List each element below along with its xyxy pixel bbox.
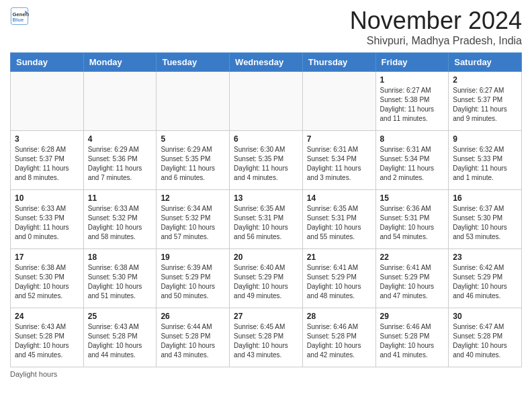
calendar-cell: 18Sunrise: 6:38 AM Sunset: 5:30 PM Dayli… <box>83 249 157 308</box>
calendar-header-saturday: Saturday <box>449 53 522 72</box>
day-info: Sunrise: 6:41 AM Sunset: 5:29 PM Dayligh… <box>307 263 371 301</box>
logo-icon: General Blue <box>10 7 29 26</box>
calendar-cell: 20Sunrise: 6:40 AM Sunset: 5:29 PM Dayli… <box>230 249 303 308</box>
day-number: 20 <box>234 253 298 262</box>
day-number: 22 <box>380 253 445 262</box>
location-title: Shivpuri, Madhya Pradesh, India <box>350 35 522 47</box>
day-info: Sunrise: 6:44 AM Sunset: 5:28 PM Dayligh… <box>161 322 225 360</box>
calendar-cell: 30Sunrise: 6:47 AM Sunset: 5:28 PM Dayli… <box>449 308 522 367</box>
calendar-cell: 16Sunrise: 6:37 AM Sunset: 5:30 PM Dayli… <box>449 190 522 249</box>
day-number: 27 <box>234 312 298 321</box>
day-number: 13 <box>234 193 298 203</box>
calendar-header-friday: Friday <box>375 53 449 72</box>
title-section: November 2024 Shivpuri, Madhya Pradesh, … <box>350 7 522 47</box>
day-info: Sunrise: 6:37 AM Sunset: 5:30 PM Dayligh… <box>453 204 517 242</box>
calendar-cell: 22Sunrise: 6:41 AM Sunset: 5:29 PM Dayli… <box>375 249 449 308</box>
calendar-cell: 26Sunrise: 6:44 AM Sunset: 5:28 PM Dayli… <box>157 308 230 367</box>
day-number: 6 <box>234 134 298 144</box>
day-info: Sunrise: 6:46 AM Sunset: 5:28 PM Dayligh… <box>380 322 445 360</box>
day-info: Sunrise: 6:38 AM Sunset: 5:30 PM Dayligh… <box>15 263 79 301</box>
calendar-cell: 14Sunrise: 6:35 AM Sunset: 5:31 PM Dayli… <box>302 190 375 249</box>
calendar-header-monday: Monday <box>83 53 157 72</box>
day-info: Sunrise: 6:36 AM Sunset: 5:31 PM Dayligh… <box>380 204 445 242</box>
day-info: Sunrise: 6:45 AM Sunset: 5:28 PM Dayligh… <box>234 322 298 360</box>
calendar-cell: 19Sunrise: 6:39 AM Sunset: 5:29 PM Dayli… <box>157 249 230 308</box>
calendar-cell <box>83 72 157 131</box>
day-number: 11 <box>88 193 152 203</box>
calendar-week-row: 17Sunrise: 6:38 AM Sunset: 5:30 PM Dayli… <box>11 249 522 308</box>
calendar-header-wednesday: Wednesday <box>230 53 303 72</box>
day-info: Sunrise: 6:29 AM Sunset: 5:36 PM Dayligh… <box>88 145 152 183</box>
calendar-cell: 15Sunrise: 6:36 AM Sunset: 5:31 PM Dayli… <box>375 190 449 249</box>
calendar-cell <box>157 72 230 131</box>
calendar-cell: 8Sunrise: 6:31 AM Sunset: 5:34 PM Daylig… <box>375 131 449 190</box>
day-number: 24 <box>15 312 79 321</box>
day-info: Sunrise: 6:39 AM Sunset: 5:29 PM Dayligh… <box>161 263 225 301</box>
day-info: Sunrise: 6:27 AM Sunset: 5:37 PM Dayligh… <box>453 86 517 124</box>
calendar-cell: 29Sunrise: 6:46 AM Sunset: 5:28 PM Dayli… <box>375 308 449 367</box>
day-info: Sunrise: 6:31 AM Sunset: 5:34 PM Dayligh… <box>380 145 445 183</box>
day-info: Sunrise: 6:30 AM Sunset: 5:35 PM Dayligh… <box>234 145 298 183</box>
day-info: Sunrise: 6:33 AM Sunset: 5:33 PM Dayligh… <box>15 204 79 242</box>
calendar-cell: 11Sunrise: 6:33 AM Sunset: 5:32 PM Dayli… <box>83 190 157 249</box>
calendar-cell: 4Sunrise: 6:29 AM Sunset: 5:36 PM Daylig… <box>83 131 157 190</box>
calendar-week-row: 3Sunrise: 6:28 AM Sunset: 5:37 PM Daylig… <box>11 131 522 190</box>
calendar-cell: 25Sunrise: 6:43 AM Sunset: 5:28 PM Dayli… <box>83 308 157 367</box>
header: General Blue November 2024 Shivpuri, Mad… <box>10 7 522 47</box>
month-title: November 2024 <box>350 7 522 35</box>
day-info: Sunrise: 6:35 AM Sunset: 5:31 PM Dayligh… <box>307 204 371 242</box>
calendar-header-tuesday: Tuesday <box>157 53 230 72</box>
calendar-cell: 6Sunrise: 6:30 AM Sunset: 5:35 PM Daylig… <box>230 131 303 190</box>
calendar-cell: 5Sunrise: 6:29 AM Sunset: 5:35 PM Daylig… <box>157 131 230 190</box>
logo: General Blue <box>10 7 29 26</box>
day-number: 7 <box>307 134 371 144</box>
calendar-cell: 9Sunrise: 6:32 AM Sunset: 5:33 PM Daylig… <box>449 131 522 190</box>
calendar-header-sunday: Sunday <box>11 53 84 72</box>
day-number: 26 <box>161 312 225 321</box>
day-number: 28 <box>307 312 371 321</box>
calendar-cell: 2Sunrise: 6:27 AM Sunset: 5:37 PM Daylig… <box>449 72 522 131</box>
calendar-cell: 27Sunrise: 6:45 AM Sunset: 5:28 PM Dayli… <box>230 308 303 367</box>
day-info: Sunrise: 6:35 AM Sunset: 5:31 PM Dayligh… <box>234 204 298 242</box>
calendar-cell <box>11 72 84 131</box>
day-number: 5 <box>161 134 225 144</box>
day-number: 12 <box>161 193 225 203</box>
day-number: 25 <box>88 312 152 321</box>
day-info: Sunrise: 6:34 AM Sunset: 5:32 PM Dayligh… <box>161 204 225 242</box>
calendar-week-row: 24Sunrise: 6:43 AM Sunset: 5:28 PM Dayli… <box>11 308 522 367</box>
day-number: 17 <box>15 253 79 262</box>
calendar-cell: 10Sunrise: 6:33 AM Sunset: 5:33 PM Dayli… <box>11 190 84 249</box>
day-number: 14 <box>307 193 371 203</box>
calendar-header-thursday: Thursday <box>302 53 375 72</box>
calendar-cell: 24Sunrise: 6:43 AM Sunset: 5:28 PM Dayli… <box>11 308 84 367</box>
day-info: Sunrise: 6:42 AM Sunset: 5:29 PM Dayligh… <box>453 263 517 301</box>
day-info: Sunrise: 6:27 AM Sunset: 5:38 PM Dayligh… <box>380 86 445 124</box>
calendar-cell: 23Sunrise: 6:42 AM Sunset: 5:29 PM Dayli… <box>449 249 522 308</box>
calendar-header-row: SundayMondayTuesdayWednesdayThursdayFrid… <box>11 53 522 72</box>
day-number: 9 <box>453 134 517 144</box>
day-info: Sunrise: 6:31 AM Sunset: 5:34 PM Dayligh… <box>307 145 371 183</box>
day-number: 15 <box>380 193 445 203</box>
calendar-cell: 17Sunrise: 6:38 AM Sunset: 5:30 PM Dayli… <box>11 249 84 308</box>
day-info: Sunrise: 6:33 AM Sunset: 5:32 PM Dayligh… <box>88 204 152 242</box>
calendar-cell: 3Sunrise: 6:28 AM Sunset: 5:37 PM Daylig… <box>11 131 84 190</box>
day-info: Sunrise: 6:47 AM Sunset: 5:28 PM Dayligh… <box>453 322 517 360</box>
day-info: Sunrise: 6:43 AM Sunset: 5:28 PM Dayligh… <box>15 322 79 360</box>
calendar-cell: 1Sunrise: 6:27 AM Sunset: 5:38 PM Daylig… <box>375 72 449 131</box>
day-number: 10 <box>15 193 79 203</box>
calendar-week-row: 1Sunrise: 6:27 AM Sunset: 5:38 PM Daylig… <box>11 72 522 131</box>
footer-note: Daylight hours <box>10 370 522 378</box>
day-number: 8 <box>380 134 445 144</box>
day-number: 3 <box>15 134 79 144</box>
svg-text:Blue: Blue <box>13 17 24 23</box>
day-info: Sunrise: 6:29 AM Sunset: 5:35 PM Dayligh… <box>161 145 225 183</box>
day-number: 18 <box>88 253 152 262</box>
calendar-cell: 21Sunrise: 6:41 AM Sunset: 5:29 PM Dayli… <box>302 249 375 308</box>
day-number: 1 <box>380 75 445 85</box>
calendar-cell <box>302 72 375 131</box>
day-number: 2 <box>453 75 517 85</box>
calendar-cell <box>230 72 303 131</box>
day-number: 4 <box>88 134 152 144</box>
day-info: Sunrise: 6:46 AM Sunset: 5:28 PM Dayligh… <box>307 322 371 360</box>
calendar-cell: 28Sunrise: 6:46 AM Sunset: 5:28 PM Dayli… <box>302 308 375 367</box>
